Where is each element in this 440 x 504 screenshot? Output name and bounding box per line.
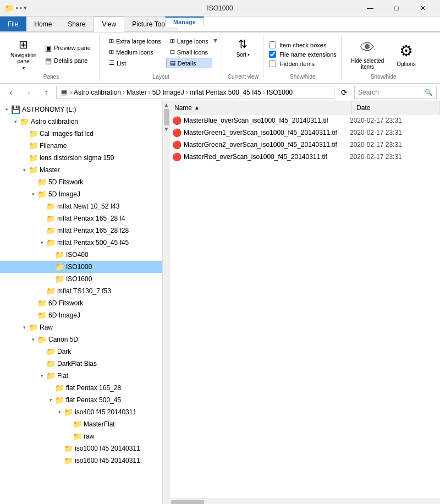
item-check-boxes-checkbox[interactable] — [269, 41, 276, 48]
expand-icon-master[interactable]: ▾ — [20, 166, 29, 174]
tree-item-mflat-pentax-165-28-f28[interactable]: ›📁mflat Pentax 165_28 f28 — [0, 224, 162, 237]
tree-item-iso400-f45[interactable]: ▾📁iso400 f45 20140311 — [0, 406, 162, 418]
preview-pane-button[interactable]: ▣ Preview pane — [41, 42, 95, 54]
tree-item-5d-imagej[interactable]: ▾📁5D ImageJ — [0, 188, 162, 200]
tree-item-iso1000-f45[interactable]: ›📁iso1000 f45 20140311 — [0, 442, 162, 454]
tree-item-darkflat-bias[interactable]: ›📁DarkFlat Bias — [0, 358, 162, 370]
address-path[interactable]: 💻 › Astro calibration › Master › 5D Imag… — [56, 86, 334, 99]
folder-icon: 📁 — [64, 456, 73, 465]
title-bar: 📁 ▪ ▪ ▾ ISO1000 — □ ✕ — [0, 0, 440, 17]
main-content: ▾💾ASTRONOMY (L:)▾📁Astro calibration›📁Cal… — [0, 101, 440, 504]
list-button[interactable]: ☰ List — [105, 58, 165, 68]
item-check-boxes-label[interactable]: Item check boxes — [269, 41, 337, 48]
tree-item-flat-pentax-165-28[interactable]: ›📁flat Pentax 165_28 — [0, 382, 162, 394]
expand-icon-flat[interactable]: ▾ — [37, 371, 46, 380]
tree-item-masterflat[interactable]: ›📁MasterFlat — [0, 418, 162, 430]
tree-item-dark[interactable]: ›📁Dark — [0, 346, 162, 358]
forward-button[interactable]: › — [21, 85, 36, 100]
tree-item-master[interactable]: ▾📁Master — [0, 164, 162, 176]
expand-icon-mflat-pentax-500[interactable]: ▾ — [37, 238, 46, 247]
tree-item-mflat-newt[interactable]: ›📁mflat Newt 10_52 f43 — [0, 200, 162, 212]
tree-item-5d-fitswork[interactable]: ›📁5D Fitswork — [0, 176, 162, 188]
close-button[interactable]: ✕ — [410, 0, 436, 17]
tab-view[interactable]: View — [94, 17, 124, 32]
navigation-pane-button[interactable]: ⊞ Navigation pane ▾ — [8, 36, 39, 72]
hidden-items-checkbox[interactable] — [269, 60, 276, 67]
tree-item-astronomy-drive[interactable]: ▾💾ASTRONOMY (L:) — [0, 103, 162, 116]
h-scroll-thumb[interactable] — [171, 500, 204, 505]
path-segment-0[interactable]: Astro calibration — [74, 89, 121, 96]
tree-item-iso1600[interactable]: ›📁ISO1600 — [0, 273, 162, 285]
tree-item-mflat-pentax-500[interactable]: ▾📁mflat Pentax 500_45 f45 — [0, 237, 162, 249]
extra-large-icon: ⊞ — [109, 37, 114, 45]
expand-icon-5d-imagej[interactable]: ▾ — [29, 190, 37, 199]
file-row-3[interactable]: 🔴MasterRed_overScan_iso1000_f45_20140311… — [170, 151, 440, 163]
scroll-thumb[interactable] — [164, 109, 169, 125]
drive-icon: 💾 — [11, 105, 20, 114]
sort-button[interactable]: ⇅ Sort ▾ — [232, 36, 254, 59]
tree-item-canon-5d[interactable]: ▾📁Canon 5D — [0, 333, 162, 346]
tree-item-raw2[interactable]: ›📁raw — [0, 430, 162, 442]
file-name-extensions-checkbox[interactable] — [269, 51, 276, 58]
small-icons-button[interactable]: ⊟ Small icons — [166, 47, 212, 57]
medium-icons-button[interactable]: ⊞ Medium icons — [105, 47, 165, 57]
tree-item-cal-images[interactable]: ›📁Cal images flat lcd — [0, 128, 162, 140]
col-header-name[interactable]: Name ▲ — [170, 101, 352, 114]
tree-item-filename[interactable]: ›📁Filename — [0, 140, 162, 152]
details-view-button[interactable]: ▤ Details — [166, 58, 212, 68]
back-button[interactable]: ‹ — [3, 85, 19, 100]
tree-item-6d-imagej[interactable]: ›📁6D ImageJ — [0, 309, 162, 321]
tree-item-raw[interactable]: ▾📁Raw — [0, 321, 162, 333]
file-row-1[interactable]: 🔴MasterGreen1_overScan_iso1000_f45_20140… — [170, 127, 440, 139]
path-segment-2[interactable]: 5D ImageJ — [152, 89, 184, 96]
tab-file[interactable]: File — [0, 17, 26, 31]
layout-scroll-down[interactable]: ▾ — [213, 36, 217, 45]
search-box[interactable]: 🔍 — [354, 86, 437, 99]
minimize-button[interactable]: — — [358, 0, 383, 17]
path-segment-1[interactable]: Master — [127, 89, 147, 96]
expand-icon-astro-calibration[interactable]: ▾ — [11, 117, 20, 126]
hide-selected-button[interactable]: 👁 Hide selected items — [347, 36, 388, 73]
hidden-items-label[interactable]: Hidden items — [269, 60, 337, 67]
options-button[interactable]: ⚙ Options — [392, 39, 420, 70]
up-button[interactable]: ↑ — [38, 85, 54, 100]
file-panel: Name ▲ Date 🔴MasterBlue_overScan_iso1000… — [170, 101, 440, 504]
expand-icon-astronomy-drive[interactable]: ▾ — [2, 105, 11, 114]
expand-icon-iso400-f45[interactable]: ▾ — [55, 408, 64, 417]
tree-item-astro-calibration[interactable]: ▾📁Astro calibration — [0, 116, 162, 128]
path-segment-3[interactable]: mflat Pentax 500_45 f45 — [190, 89, 261, 96]
tab-home[interactable]: Home — [26, 17, 60, 31]
large-icons-button[interactable]: ⊞ Large icons — [166, 36, 212, 46]
tree-item-lens-distorsion[interactable]: ›📁lens distorsion sigma 150 — [0, 152, 162, 164]
expand-icon-canon-5d[interactable]: ▾ — [29, 335, 37, 344]
tab-share[interactable]: Share — [60, 17, 94, 31]
refresh-button[interactable]: ⟳ — [337, 85, 352, 100]
scroll-down-button[interactable]: ▼ — [164, 127, 169, 132]
scroll-up-button[interactable]: ▲ — [164, 102, 169, 108]
tree-item-iso400[interactable]: ›📁ISO400 — [0, 249, 162, 261]
col-header-date[interactable]: Date — [352, 101, 440, 114]
maximize-button[interactable]: □ — [384, 0, 409, 17]
details-pane-button[interactable]: ▤ Details pane — [41, 55, 95, 67]
horizontal-scrollbar[interactable] — [170, 498, 440, 504]
tree-item-6d-fitswork[interactable]: ›📁6D Fitswork — [0, 297, 162, 309]
tree-item-flat[interactable]: ▾📁Flat — [0, 370, 162, 382]
manage-tab-header[interactable]: Manage — [165, 17, 204, 27]
path-segment-4[interactable]: ISO1000 — [267, 89, 293, 96]
path-sep-4: › — [263, 89, 265, 96]
tree-item-mflat-pentax-165-28-f4[interactable]: ›📁mflat Pentax 165_28 f4 — [0, 212, 162, 224]
tree-item-flat-pentax-500-45[interactable]: ▾📁flat Pentax 500_45 — [0, 394, 162, 406]
tree-scrollbar[interactable]: ▲ ▼ — [162, 101, 170, 504]
search-input[interactable] — [358, 89, 425, 96]
tree-item-iso1600-f45[interactable]: ›📁iso1600 f45 20140311 — [0, 454, 162, 467]
preview-pane-icon: ▣ — [45, 44, 52, 52]
file-date-0: 2020-02-17 23:31 — [350, 117, 438, 124]
extra-large-icons-button[interactable]: ⊞ Extra large icons — [105, 36, 165, 46]
tree-item-mflat-ts130[interactable]: ›📁mflat TS130_7 f53 — [0, 285, 162, 297]
file-row-2[interactable]: 🔴MasterGreen2_overScan_iso1000_f45_20140… — [170, 139, 440, 151]
expand-icon-flat-pentax-500-45[interactable]: ▾ — [46, 396, 55, 404]
file-name-extensions-label[interactable]: File name extensions — [269, 51, 337, 58]
expand-icon-raw[interactable]: ▾ — [20, 323, 29, 332]
file-row-0[interactable]: 🔴MasterBlue_overScan_iso1000_f45_2014031… — [170, 114, 440, 127]
tree-item-iso1000[interactable]: ›📁ISO1000 — [0, 261, 162, 273]
